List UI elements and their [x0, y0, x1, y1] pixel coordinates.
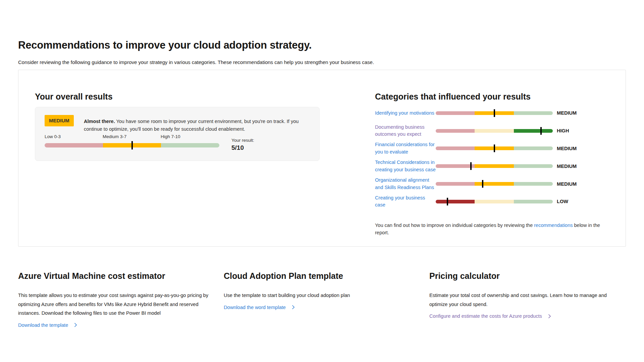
- category-row: Technical Considerations in creating you…: [375, 157, 577, 175]
- resource-link-label: Configure and estimate the costs for Azu…: [429, 313, 542, 319]
- category-link[interactable]: Financial considerations for you to eval…: [375, 141, 436, 156]
- category-level-label: HIGH: [557, 128, 577, 133]
- category-score-marker: [540, 127, 542, 135]
- overall-results-heading: Your overall results: [35, 91, 113, 102]
- category-row: Creating your business case LOW: [375, 193, 577, 210]
- category-segment-low: [436, 164, 475, 168]
- chevron-right-icon: [291, 305, 296, 309]
- resource-description: This template allows you to estimate you…: [18, 291, 214, 318]
- resource-link[interactable]: Configure and estimate the costs for Azu…: [429, 313, 552, 319]
- gauge-segment-low: [45, 143, 103, 147]
- category-score-marker: [447, 198, 448, 205]
- category-bar: [436, 111, 553, 115]
- category-segment-high: [514, 200, 553, 203]
- category-link[interactable]: Organizational alignment and Skills Read…: [375, 177, 436, 191]
- results-card: Your overall results MEDIUM Almost there…: [18, 70, 626, 247]
- scale-label-low: Low 0-3: [45, 134, 61, 139]
- category-bar: [436, 129, 553, 133]
- page-title: Recommendations to improve your cloud ad…: [18, 39, 488, 51]
- resource-heading: Azure Virtual Machine cost estimator: [18, 270, 214, 282]
- category-score-marker: [482, 180, 483, 188]
- category-segment-medium: [475, 200, 514, 203]
- category-segment-high: [514, 146, 553, 150]
- category-bar: [436, 182, 553, 186]
- category-segment-high: [514, 111, 553, 115]
- category-row: Identifying your motivations MEDIUM: [375, 104, 577, 122]
- categories-footnote: You can find out how to improve on indiv…: [375, 222, 610, 236]
- category-link[interactable]: Technical Considerations in creating you…: [375, 159, 436, 173]
- resource-card: Pricing calculator Estimate your total c…: [429, 270, 615, 319]
- resource-card: Azure Virtual Machine cost estimator Thi…: [18, 270, 214, 328]
- overall-score-marker: [131, 141, 133, 149]
- category-level-label: LOW: [557, 199, 577, 204]
- category-bar: [436, 164, 553, 168]
- category-segment-low: [436, 146, 475, 150]
- category-segment-medium: [475, 129, 514, 133]
- category-segment-medium: [475, 182, 514, 186]
- overall-gauge: [45, 143, 219, 147]
- resource-heading: Pricing calculator: [429, 270, 615, 282]
- category-segment-low: [436, 182, 475, 186]
- category-segment-low: [436, 129, 475, 133]
- category-row: Financial considerations for you to eval…: [375, 140, 577, 158]
- scale-label-medium: Medium 3-7: [103, 134, 126, 139]
- resource-link[interactable]: Download the word template: [224, 305, 296, 310]
- category-level-label: MEDIUM: [557, 164, 577, 169]
- category-link[interactable]: Documenting business outcomes you expect: [375, 124, 436, 138]
- category-rows: Identifying your motivations MEDIUM Docu…: [375, 104, 577, 210]
- category-link[interactable]: Identifying your motivations: [375, 110, 436, 117]
- resource-link[interactable]: Download the template: [18, 322, 78, 328]
- category-segment-medium: [475, 164, 514, 168]
- category-segment-high: [514, 164, 553, 168]
- category-score-marker: [470, 162, 472, 170]
- category-segment-low: [436, 200, 475, 203]
- overall-summary-text: You have some room to improve your curre…: [84, 119, 299, 132]
- result-label: Your result:: [231, 138, 254, 143]
- category-segment-high: [514, 182, 553, 186]
- page-subtitle: Consider reviewing the following guidanc…: [18, 59, 488, 65]
- categories-heading: Categories that influenced your results: [375, 91, 531, 102]
- overall-summary: Almost there. You have some room to impr…: [84, 118, 305, 133]
- category-score-marker: [494, 109, 495, 117]
- resource-heading: Cloud Adoption Plan template: [224, 270, 385, 282]
- resource-link-label: Download the template: [18, 322, 68, 328]
- category-segment-low: [436, 111, 475, 115]
- resource-description: Estimate your total cost of ownership an…: [429, 291, 615, 309]
- overall-summary-lead: Almost there.: [84, 119, 115, 124]
- category-row: Organizational alignment and Skills Read…: [375, 175, 577, 193]
- category-link[interactable]: Creating your business case: [375, 194, 436, 209]
- recommendations-link[interactable]: recommendations: [534, 223, 573, 228]
- overall-level-badge: MEDIUM: [45, 115, 74, 126]
- category-segment-high: [514, 129, 553, 133]
- category-level-label: MEDIUM: [557, 181, 577, 187]
- scale-label-high: High 7-10: [161, 134, 180, 139]
- category-bar: [436, 200, 553, 203]
- chevron-right-icon: [547, 314, 552, 318]
- resource-link-label: Download the word template: [224, 305, 286, 310]
- category-row: Documenting business outcomes you expect…: [375, 122, 577, 140]
- category-level-label: MEDIUM: [557, 146, 577, 151]
- category-level-label: MEDIUM: [557, 110, 577, 116]
- chevron-right-icon: [73, 323, 78, 327]
- gauge-segment-high: [161, 143, 219, 147]
- result-value: 5/10: [231, 144, 244, 152]
- overall-results-panel: MEDIUM Almost there. You have some room …: [35, 107, 320, 161]
- category-score-marker: [494, 144, 495, 152]
- resource-description: Use the template to start building your …: [224, 291, 385, 300]
- resource-card: Cloud Adoption Plan template Use the tem…: [224, 270, 385, 310]
- footnote-text-before: You can find out how to improve on indiv…: [375, 223, 534, 228]
- category-bar: [436, 146, 553, 150]
